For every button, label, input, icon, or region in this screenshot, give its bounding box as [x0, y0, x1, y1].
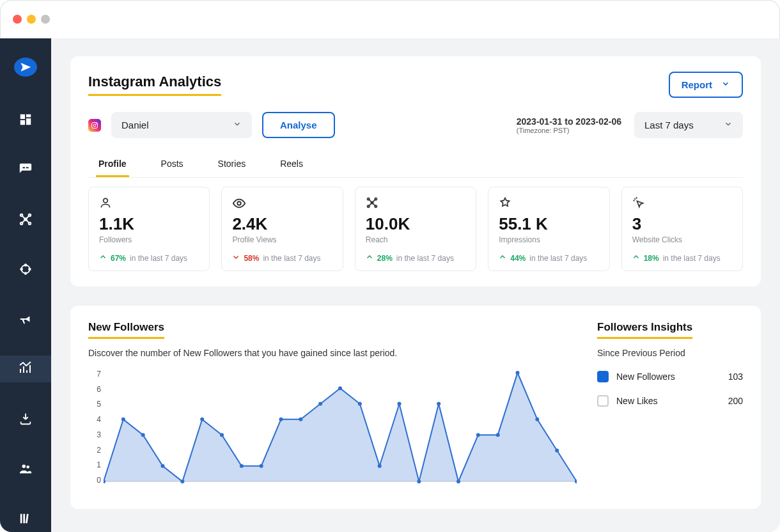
- chevron-down-icon: [721, 79, 730, 90]
- insights-subtitle: Since Previous Period: [597, 348, 743, 358]
- user-icon: [99, 196, 199, 210]
- svg-point-57: [476, 433, 480, 437]
- metric-delta: 67%in the last 7 days: [99, 253, 199, 263]
- y-tick-label: 7: [88, 370, 101, 379]
- sidebar-item-analytics[interactable]: [0, 356, 51, 382]
- metric-value: 3: [632, 214, 732, 234]
- window-maximize-button[interactable]: [41, 15, 50, 24]
- svg-line-33: [368, 199, 372, 203]
- metric-card: 1.1KFollowers67%in the last 7 days: [88, 187, 210, 271]
- svg-point-45: [240, 464, 244, 468]
- section-description: Discover the number of New Followers tha…: [88, 348, 577, 358]
- tab-profile[interactable]: Profile: [96, 155, 129, 177]
- tab-posts[interactable]: Posts: [159, 155, 186, 177]
- sidebar-item-dashboard[interactable]: [0, 106, 51, 133]
- svg-point-16: [20, 269, 22, 270]
- new-followers-chart: 76543210: [88, 370, 577, 494]
- followers-card: New Followers Discover the number of New…: [70, 306, 761, 509]
- metric-card: 2.4KProfile Views58%in the last 7 days: [221, 187, 343, 271]
- report-button[interactable]: Report: [669, 72, 743, 98]
- svg-point-46: [260, 464, 263, 468]
- analyse-button[interactable]: Analyse: [262, 112, 335, 138]
- svg-point-53: [398, 402, 402, 406]
- cursor-icon: [632, 196, 732, 210]
- svg-point-58: [496, 433, 500, 437]
- svg-line-35: [368, 203, 372, 207]
- tab-stories[interactable]: Stories: [215, 155, 249, 177]
- sidebar-item-comments[interactable]: [0, 156, 51, 183]
- insight-label: New Likes: [616, 396, 658, 406]
- section-title: New Followers: [88, 321, 164, 339]
- metric-label: Impressions: [499, 235, 598, 244]
- analytics-card: Instagram Analytics Report Daniel: [70, 56, 761, 286]
- svg-point-50: [338, 386, 342, 390]
- metric-delta: 18%in the last 7 days: [632, 253, 732, 263]
- svg-point-26: [104, 198, 108, 203]
- svg-rect-20: [20, 514, 22, 524]
- svg-point-24: [93, 124, 96, 127]
- insight-checkbox[interactable]: [597, 395, 609, 407]
- svg-point-61: [555, 448, 559, 452]
- trend-up-icon: [499, 253, 506, 263]
- metric-label: Reach: [366, 235, 465, 244]
- sidebar-item-campaigns[interactable]: [0, 306, 51, 332]
- svg-point-51: [358, 402, 362, 406]
- y-tick-label: 6: [88, 385, 101, 394]
- svg-point-55: [437, 402, 441, 406]
- trend-down-icon: [232, 253, 240, 263]
- metric-card: 55.1 KImpressions44%in the last 7 days: [488, 187, 609, 271]
- svg-point-48: [299, 418, 302, 421]
- account-name: Daniel: [121, 120, 149, 130]
- metrics-row: 1.1KFollowers67%in the last 7 days2.4KPr…: [88, 187, 743, 271]
- svg-point-47: [279, 418, 283, 421]
- svg-line-11: [22, 219, 26, 223]
- instagram-icon: [88, 119, 101, 132]
- y-tick-label: 4: [88, 415, 101, 424]
- metric-label: Followers: [99, 235, 199, 244]
- period-select[interactable]: Last 7 days: [634, 112, 743, 138]
- y-tick-label: 0: [88, 476, 101, 485]
- svg-line-34: [372, 199, 376, 203]
- app-logo-icon[interactable]: [14, 58, 37, 77]
- tab-reels[interactable]: Reels: [277, 155, 306, 177]
- svg-line-10: [26, 215, 29, 219]
- sidebar-item-download[interactable]: [0, 405, 51, 432]
- report-button-label: Report: [682, 79, 712, 90]
- svg-rect-0: [20, 114, 25, 119]
- insight-checkbox[interactable]: [597, 371, 609, 382]
- svg-line-9: [22, 215, 26, 219]
- svg-point-14: [25, 264, 27, 266]
- trend-up-icon: [366, 253, 373, 263]
- svg-rect-21: [23, 514, 25, 524]
- chevron-down-icon: [233, 120, 242, 130]
- metric-value: 55.1 K: [499, 214, 598, 234]
- account-select[interactable]: Daniel: [111, 112, 252, 138]
- svg-point-49: [318, 402, 322, 406]
- svg-point-43: [200, 418, 204, 421]
- svg-rect-1: [26, 114, 31, 118]
- metric-card: 10.0KReach28%in the last 7 days: [355, 187, 476, 271]
- svg-point-59: [516, 371, 520, 375]
- sidebar-item-library[interactable]: [0, 505, 51, 532]
- sidebar-item-network[interactable]: [0, 206, 51, 233]
- svg-line-36: [372, 203, 376, 207]
- insights-title: Followers Insights: [597, 321, 692, 339]
- insight-label: New Followers: [616, 372, 675, 382]
- sidebar-item-team[interactable]: [0, 455, 51, 482]
- svg-point-42: [180, 480, 184, 483]
- eye-icon: [232, 196, 332, 210]
- period-label: Last 7 days: [644, 120, 694, 130]
- svg-rect-2: [26, 118, 31, 125]
- svg-point-17: [29, 269, 31, 270]
- page-title: Instagram Analytics: [88, 74, 221, 96]
- insight-row: New Likes200: [597, 395, 743, 407]
- svg-point-44: [220, 433, 224, 437]
- window-minimize-button[interactable]: [27, 15, 36, 24]
- y-tick-label: 3: [88, 430, 101, 439]
- sidebar-item-target[interactable]: [0, 256, 51, 283]
- date-range: 2023-01-31 to 2023-02-06 (Timezone: PST): [517, 116, 621, 134]
- metric-value: 10.0K: [366, 214, 465, 234]
- window-close-button[interactable]: [13, 15, 22, 24]
- svg-point-60: [535, 418, 539, 421]
- svg-point-52: [378, 464, 382, 468]
